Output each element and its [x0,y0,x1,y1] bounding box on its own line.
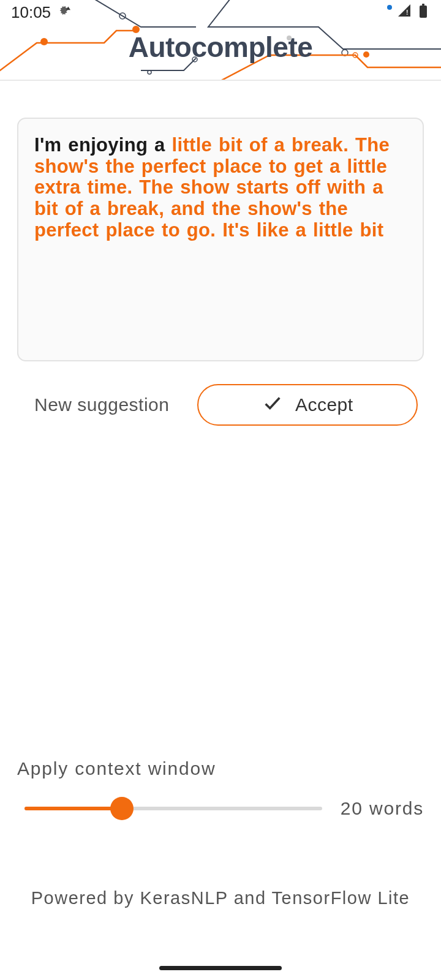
notification-dot-icon [387,5,392,10]
status-left: 10:05 [11,3,70,22]
footer-attribution: Powered by KerasNLP and TensorFlow Lite [0,888,441,908]
signal-icon: ! [397,3,412,22]
battery-icon [415,3,430,22]
context-window-slider[interactable] [17,796,322,821]
svg-rect-3 [422,4,424,6]
status-bar: 10:05 ! [0,0,441,24]
slider-row: 20 words [17,796,424,821]
text-input-card[interactable]: I'm enjoying a little bit of a break. Th… [17,118,424,361]
accept-button-label: Accept [295,394,353,415]
context-window-section: Apply context window 20 words [17,758,424,821]
accept-button[interactable]: Accept [197,384,418,426]
new-suggestion-button[interactable]: New suggestion [23,383,185,426]
home-indicator[interactable] [159,966,282,970]
slider-thumb[interactable] [110,797,134,820]
slider-fill [24,807,122,810]
user-text: I'm enjoying a [34,134,172,156]
svg-text:!: ! [406,9,408,16]
svg-rect-2 [420,6,427,18]
status-time: 10:05 [11,3,51,22]
buttons-row: New suggestion Accept [17,383,424,426]
context-window-label: Apply context window [17,758,424,779]
gear-icon [57,3,70,22]
check-icon [262,393,283,418]
main-content: I'm enjoying a little bit of a break. Th… [0,81,441,426]
page-title: Autocomplete [0,31,441,64]
status-right: ! [387,3,430,22]
context-window-value: 20 words [341,798,424,819]
